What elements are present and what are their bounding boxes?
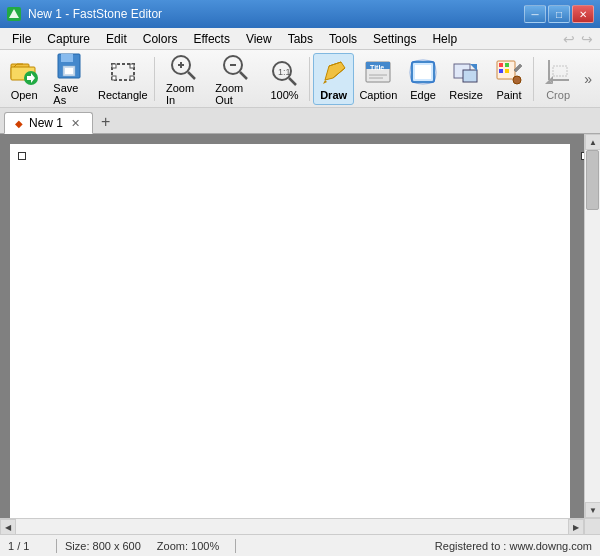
svg-rect-7	[61, 54, 73, 62]
crop-label: Crop	[546, 89, 570, 101]
zoomout-label: Zoom Out	[215, 82, 255, 106]
app-icon	[6, 6, 22, 22]
status-page: 1 / 1	[8, 540, 48, 552]
svg-line-21	[240, 72, 247, 79]
status-zoom: Zoom: 100%	[157, 540, 219, 552]
menu-settings[interactable]: Settings	[365, 30, 424, 48]
caption-label: Caption	[359, 89, 397, 101]
edge-icon	[407, 57, 439, 87]
toolbar-resize-button[interactable]: Resize	[445, 53, 487, 105]
svg-point-41	[513, 76, 521, 84]
menu-colors[interactable]: Colors	[135, 30, 186, 48]
scroll-down-button[interactable]: ▼	[585, 502, 600, 518]
scroll-right-button[interactable]: ▶	[568, 519, 584, 534]
canvas-container: ▲ ▼ ◀ ▶	[0, 134, 600, 534]
toolbar-paint-button[interactable]: Paint	[489, 53, 529, 105]
scroll-up-button[interactable]: ▲	[585, 134, 600, 150]
zoom100-label: 100%	[270, 89, 298, 101]
scroll-left-button[interactable]: ◀	[0, 519, 16, 534]
maximize-button[interactable]: □	[548, 5, 570, 23]
toolbar-draw-button[interactable]: Draw	[313, 53, 353, 105]
zoomin-label: Zoom In	[166, 82, 199, 106]
main-area: File Capture Edit Colors Effects View Ta…	[0, 28, 600, 556]
toolbar-crop-button[interactable]: Crop	[538, 53, 578, 105]
vertical-scrollbar[interactable]: ▲ ▼	[584, 134, 600, 518]
toolbar-caption-button[interactable]: Title Caption	[356, 53, 401, 105]
resize-handle-topleft[interactable]	[18, 152, 26, 160]
svg-rect-11	[112, 64, 116, 68]
redo-button[interactable]: ↪	[578, 30, 596, 48]
svg-rect-13	[112, 76, 116, 80]
status-bar: 1 / 1 Size: 800 x 600 Zoom: 100% Registe…	[0, 534, 600, 556]
svg-rect-39	[499, 69, 503, 73]
close-button[interactable]: ✕	[572, 5, 594, 23]
draw-icon	[318, 57, 350, 87]
content-area: ▲ ▼ ◀ ▶	[0, 134, 600, 534]
toolbar-saveas-button[interactable]: Save As	[46, 53, 93, 105]
menu-capture[interactable]: Capture	[39, 30, 98, 48]
svg-rect-32	[415, 65, 431, 79]
edge-label: Edge	[410, 89, 436, 101]
toolbar-open-button[interactable]: Open	[4, 53, 44, 105]
toolbar-zoomout-button[interactable]: Zoom Out	[208, 53, 262, 105]
svg-rect-9	[65, 68, 73, 74]
svg-rect-14	[130, 76, 134, 80]
svg-rect-44	[553, 66, 567, 76]
status-divider-1	[56, 539, 57, 553]
svg-rect-34	[463, 70, 477, 82]
toolbar-more-button[interactable]: »	[580, 71, 596, 87]
saveas-icon	[54, 52, 86, 80]
svg-text:Title: Title	[370, 64, 384, 71]
tab-new1[interactable]: ◆ New 1 ✕	[4, 112, 93, 134]
saveas-label: Save As	[53, 82, 86, 106]
canvas-area[interactable]	[10, 144, 570, 518]
toolbar-zoomin-button[interactable]: Zoom In	[159, 53, 206, 105]
toolbar-rectangle-button[interactable]: Rectangle	[95, 53, 150, 105]
scroll-corner	[584, 518, 600, 534]
add-tab-button[interactable]: +	[97, 111, 114, 133]
open-label: Open	[11, 89, 38, 101]
resize-label: Resize	[449, 89, 483, 101]
menu-help[interactable]: Help	[424, 30, 465, 48]
window-controls: ─ □ ✕	[524, 5, 594, 23]
minimize-button[interactable]: ─	[524, 5, 546, 23]
svg-rect-37	[499, 63, 503, 67]
canvas-wrapper	[0, 134, 584, 518]
title-text: New 1 - FastStone Editor	[28, 7, 524, 21]
toolbar-separator-2	[309, 57, 310, 101]
paint-label: Paint	[496, 89, 521, 101]
open-icon	[8, 57, 40, 87]
menu-tabs[interactable]: Tabs	[280, 30, 321, 48]
menu-bar: File Capture Edit Colors Effects View Ta…	[0, 28, 600, 50]
title-bar: New 1 - FastStone Editor ─ □ ✕	[0, 0, 600, 28]
undo-button[interactable]: ↩	[560, 30, 578, 48]
toolbar-separator-1	[154, 57, 155, 101]
paint-icon	[493, 57, 525, 87]
rectangle-icon	[107, 57, 139, 87]
menu-edit[interactable]: Edit	[98, 30, 135, 48]
status-divider-2	[235, 539, 236, 553]
zoomout-icon	[219, 52, 251, 80]
tab-close-button[interactable]: ✕	[69, 117, 82, 130]
horizontal-scrollbar[interactable]: ◀ ▶	[0, 518, 584, 534]
svg-line-24	[289, 78, 296, 85]
crop-icon	[542, 57, 574, 87]
svg-rect-40	[505, 69, 509, 73]
rectangle-label: Rectangle	[98, 89, 148, 101]
status-size: Size: 800 x 600	[65, 540, 141, 552]
scroll-thumb-vertical[interactable]	[586, 150, 599, 210]
toolbar-edge-button[interactable]: Edge	[403, 53, 443, 105]
svg-rect-12	[130, 64, 134, 68]
caption-icon: Title	[362, 57, 394, 87]
menu-tools[interactable]: Tools	[321, 30, 365, 48]
status-registered: Registered to : www.downg.com	[244, 540, 592, 552]
zoom100-icon: 1:1	[268, 57, 300, 87]
svg-rect-38	[505, 63, 509, 67]
toolbar: Open Save As	[0, 50, 600, 108]
menu-view[interactable]: View	[238, 30, 280, 48]
tab-label: New 1	[29, 116, 63, 130]
draw-label: Draw	[320, 89, 347, 101]
menu-file[interactable]: File	[4, 30, 39, 48]
toolbar-zoom100-button[interactable]: 1:1 100%	[264, 53, 304, 105]
menu-effects[interactable]: Effects	[185, 30, 237, 48]
